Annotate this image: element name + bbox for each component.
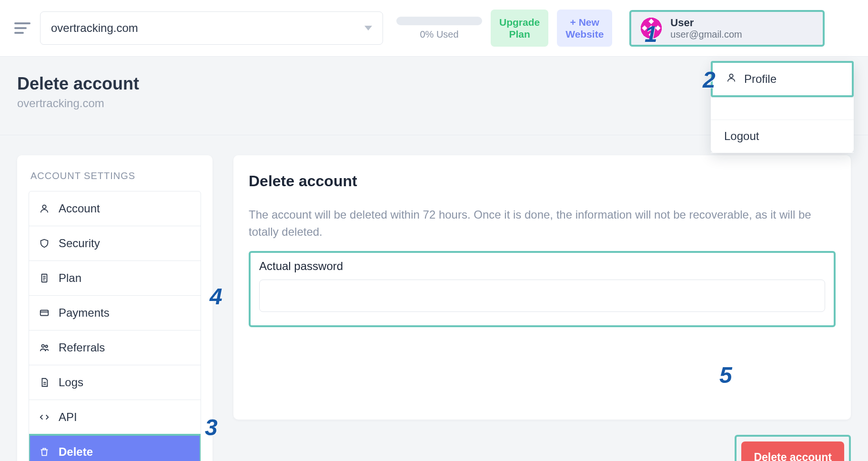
menu-item-profile-label: Profile xyxy=(744,72,777,86)
password-block: Actual password xyxy=(249,251,836,327)
svg-rect-12 xyxy=(40,311,49,316)
password-label: Actual password xyxy=(259,260,825,273)
sidebar-item-label: Account xyxy=(59,202,100,215)
sidebar-item-plan[interactable]: Plan xyxy=(29,261,201,296)
credit-card-icon xyxy=(39,307,50,319)
sidebar-item-account[interactable]: Account xyxy=(29,191,201,226)
svg-point-6 xyxy=(729,74,733,78)
delete-button-highlight: Delete account xyxy=(735,435,851,461)
menu-icon[interactable] xyxy=(14,21,31,35)
person-icon xyxy=(726,72,737,86)
chevron-down-icon xyxy=(364,26,372,30)
user-name: User xyxy=(670,17,742,29)
upgrade-line2: Plan xyxy=(499,28,540,40)
document-icon xyxy=(39,272,50,284)
sidebar-item-label: API xyxy=(59,411,77,424)
people-icon xyxy=(39,342,50,353)
sidebar-item-label: Logs xyxy=(59,376,83,389)
sidebar-item-api[interactable]: API xyxy=(29,400,201,435)
svg-point-14 xyxy=(42,345,45,348)
settings-sidebar: ACCOUNT SETTINGS Account Security Plan P… xyxy=(17,155,212,461)
annotation-4: 4 xyxy=(210,283,222,310)
annotation-5: 5 xyxy=(719,362,732,388)
password-input[interactable] xyxy=(259,280,825,312)
usage-meter: 0% Used xyxy=(396,17,482,40)
site-selector[interactable]: overtracking.com xyxy=(40,11,383,45)
sidebar-item-label: Delete xyxy=(59,445,93,459)
menu-item-profile[interactable]: Profile xyxy=(711,61,854,97)
usage-bar xyxy=(396,17,482,25)
file-icon xyxy=(39,377,50,388)
delete-account-button[interactable]: Delete account xyxy=(741,441,844,461)
card-description: The account will be deleted within 72 ho… xyxy=(249,206,836,241)
upgrade-line1: Upgrade xyxy=(499,16,540,28)
add-website-button[interactable]: + New Website xyxy=(557,10,612,47)
delete-account-card: Delete account The account will be delet… xyxy=(233,155,851,420)
user-dropdown: Profile Logout xyxy=(711,61,854,153)
sidebar-item-payments[interactable]: Payments xyxy=(29,296,201,331)
sidebar-item-label: Security xyxy=(59,237,100,250)
person-icon xyxy=(39,203,50,214)
user-account-box[interactable]: User user@gmail.com xyxy=(629,10,825,47)
upgrade-plan-button[interactable]: Upgrade Plan xyxy=(491,10,548,47)
usage-text: 0% Used xyxy=(396,29,482,40)
trash-icon xyxy=(39,446,50,458)
sidebar-item-label: Referrals xyxy=(59,341,105,354)
sidebar-item-security[interactable]: Security xyxy=(29,226,201,261)
menu-spacer xyxy=(711,97,854,120)
delete-button-label: Delete account xyxy=(754,451,832,461)
annotation-1: 1 xyxy=(645,21,657,47)
annotation-2: 2 xyxy=(703,67,716,93)
sidebar-item-label: Plan xyxy=(59,271,81,285)
site-selector-label: overtracking.com xyxy=(51,21,138,35)
add-website-line1: + New xyxy=(565,16,604,28)
annotation-3: 3 xyxy=(205,414,218,441)
shield-icon xyxy=(39,238,50,249)
sidebar-item-delete[interactable]: Delete xyxy=(29,435,201,461)
card-heading: Delete account xyxy=(249,172,836,190)
svg-point-7 xyxy=(42,205,46,209)
sidebar-item-label: Payments xyxy=(59,306,110,320)
svg-point-15 xyxy=(45,345,48,348)
menu-item-logout-label: Logout xyxy=(724,130,759,143)
user-email: user@gmail.com xyxy=(670,29,742,40)
sidebar-item-referrals[interactable]: Referrals xyxy=(29,331,201,365)
code-icon xyxy=(39,411,50,423)
add-website-line2: Website xyxy=(565,28,604,40)
menu-item-logout[interactable]: Logout xyxy=(711,120,854,153)
sidebar-item-logs[interactable]: Logs xyxy=(29,365,201,400)
sidebar-section-label: ACCOUNT SETTINGS xyxy=(17,170,212,191)
